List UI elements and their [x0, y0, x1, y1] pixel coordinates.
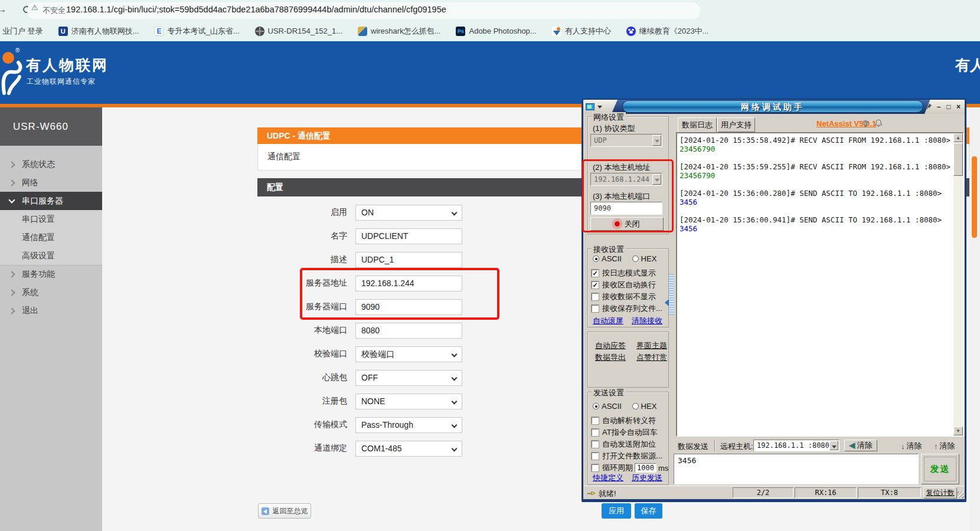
checkbox-icon[interactable]	[592, 281, 599, 289]
bookmark-item[interactable]: Adobe Photoshop...	[456, 27, 536, 36]
bell-icon[interactable]	[874, 119, 883, 128]
field-control[interactable]: UDPCLIENT	[355, 228, 462, 244]
group-title: 接收设置	[592, 244, 626, 255]
checkbox-label: 循环周期	[602, 463, 633, 473]
clear-receive-link[interactable]: 清除接收	[632, 316, 662, 326]
reset-count-button[interactable]: 复位计数	[923, 487, 957, 499]
checkbox-option[interactable]: 接收数据不显示	[592, 291, 662, 303]
log-scrollbar-thumb[interactable]	[953, 143, 963, 176]
scroll-down-icon[interactable]: ▼	[953, 427, 963, 435]
checkbox-option[interactable]: AT指令自动回车	[592, 427, 668, 438]
bookmark-item[interactable]: 有人支持中心	[552, 26, 611, 37]
sidebar-item[interactable]: 串口服务器	[0, 192, 102, 210]
donate-link[interactable]: 点赞打赏	[636, 352, 667, 363]
bookmark-item[interactable]: USR-DR154_152_1...	[255, 27, 342, 36]
menu-caret-icon[interactable]	[597, 106, 602, 109]
checkbox-icon[interactable]	[592, 453, 599, 460]
auto-reply-link[interactable]: 自动应答	[595, 340, 626, 351]
apply-button[interactable]: 应用	[602, 503, 631, 519]
radio-hex-label: HEX	[641, 254, 657, 263]
sidebar-item[interactable]: 服务功能	[0, 265, 102, 283]
resize-grip[interactable]	[957, 491, 964, 499]
rx-count: RX:16	[795, 487, 857, 498]
checkbox-icon[interactable]	[592, 270, 599, 277]
field-control[interactable]: 校验端口	[355, 346, 462, 362]
forward-arrow-icon[interactable]: →	[0, 3, 7, 16]
back-to-overview-button[interactable]: 返回至总览	[258, 503, 311, 519]
protocol-select[interactable]: UDP	[590, 134, 662, 147]
field-control[interactable]: Pass-Through	[355, 417, 462, 433]
config-form: 启用 ON 名字 UDPCLIENT 描述 UDPC_1 服务器地址	[257, 201, 588, 460]
field-control[interactable]: ON	[355, 205, 462, 221]
checkbox-option[interactable]: 接收保存到文件...	[592, 303, 662, 314]
clear-receive-area-button[interactable]: ↓清除	[901, 441, 922, 451]
window-titlebar[interactable]: 网络调试助手 – □ ×	[583, 100, 965, 114]
pin-icon[interactable]	[925, 103, 933, 111]
radio-hex[interactable]	[632, 255, 639, 262]
cycle-period-input[interactable]: 1000	[635, 463, 656, 473]
checkbox-option[interactable]: 自动发送附加位	[592, 438, 668, 450]
url-text[interactable]: 192.168.1.1/cgi-bin/luci/;stok=59bd5dd4a…	[66, 5, 446, 14]
sidebar: USR-W660 系统状态 网络 串口服务器 串口设置 通信配置	[0, 107, 102, 531]
bookmark-item[interactable]: 业门户 登录	[2, 26, 43, 37]
radio-ascii[interactable]	[593, 255, 599, 262]
panel-splitter[interactable]	[669, 274, 674, 315]
maximize-button[interactable]: □	[945, 100, 953, 113]
sidebar-item[interactable]: 系统	[0, 283, 102, 301]
bookmark-item[interactable]: 专升本考试_山东省...	[154, 26, 239, 37]
ui-theme-link[interactable]: 界面主题	[636, 340, 667, 351]
field-control[interactable]: OFF	[355, 370, 462, 386]
checkbox-icon[interactable]	[592, 417, 599, 424]
clear-send-button[interactable]: ◀ 清除	[844, 440, 877, 451]
send-text-area[interactable]: 3456	[674, 454, 919, 484]
checkbox-icon[interactable]	[592, 305, 599, 312]
checkbox-option[interactable]: 按日志模式显示	[592, 267, 662, 279]
sidebar-item[interactable]: 网络	[0, 173, 102, 192]
quick-define-link[interactable]: 快捷定义	[593, 473, 623, 483]
sidebar-item[interactable]: 串口设置	[0, 210, 102, 228]
checkbox-icon[interactable]	[592, 293, 599, 300]
checkbox-option[interactable]: 循环周期 1000 ms	[592, 462, 668, 474]
data-export-link[interactable]: 数据导出	[595, 352, 626, 363]
data-log-area[interactable]: [2024-01-20 15:35:58.492]# RECV ASCII FR…	[676, 132, 964, 437]
auto-scroll-link[interactable]: 自动滚屏	[593, 316, 623, 326]
field-control[interactable]: COM1-485	[355, 441, 462, 457]
sidebar-item[interactable]: 高级设置	[0, 247, 102, 265]
field-control[interactable]: 8080	[355, 323, 462, 339]
minimize-button[interactable]: –	[935, 100, 943, 113]
page-scrollbar[interactable]	[969, 107, 980, 531]
checkbox-option[interactable]: 打开文件数据源...	[592, 450, 668, 462]
bookmark-item[interactable]: wireshark怎么抓包...	[358, 26, 440, 37]
sidebar-item[interactable]: 通信配置	[0, 228, 102, 247]
checkbox-icon[interactable]	[592, 429, 599, 436]
dropdown-button[interactable]	[829, 441, 838, 450]
log-scrollbar[interactable]: ▲ ▼	[953, 133, 963, 435]
scroll-up-icon[interactable]: ▲	[953, 133, 963, 142]
clear-send-area-button[interactable]: ↑清除	[934, 441, 955, 451]
send-button[interactable]: 发送	[921, 454, 959, 484]
bookmark-item[interactable]: 继续教育《2023中...	[626, 26, 709, 37]
sidebar-item[interactable]: 退出	[0, 301, 102, 320]
tab-user-support[interactable]: 用户支持	[717, 117, 755, 132]
field-control[interactable]: NONE	[355, 394, 462, 409]
radio-ascii[interactable]	[593, 403, 599, 409]
collapse-panel-icon[interactable]	[665, 299, 669, 306]
checkbox-option[interactable]: 接收区自动换行	[592, 279, 662, 291]
close-button[interactable]: ×	[955, 100, 962, 113]
dropdown-button[interactable]	[652, 135, 661, 146]
page-scrollbar-thumb[interactable]	[972, 156, 977, 238]
checkbox-icon[interactable]	[592, 441, 599, 448]
tab-data-log[interactable]: 数据日志	[678, 117, 717, 132]
shield-u-icon	[58, 27, 68, 36]
checkbox-option[interactable]: 自动解析转义符	[592, 415, 668, 427]
remote-host-select[interactable]: 192.168.1.1 :8080	[753, 440, 839, 451]
clear-label: 清除	[857, 441, 873, 450]
field-control[interactable]: UDPC_1	[355, 252, 462, 268]
sidebar-item[interactable]: 系统状态	[0, 155, 102, 173]
checkbox-icon[interactable]	[592, 464, 599, 471]
history-send-link[interactable]: 历史发送	[632, 473, 662, 483]
save-button[interactable]: 保存	[635, 503, 662, 519]
bookmark-item[interactable]: 济南有人物联网技...	[58, 26, 139, 37]
diamond-icon[interactable]	[861, 119, 870, 129]
radio-hex[interactable]	[632, 403, 639, 409]
